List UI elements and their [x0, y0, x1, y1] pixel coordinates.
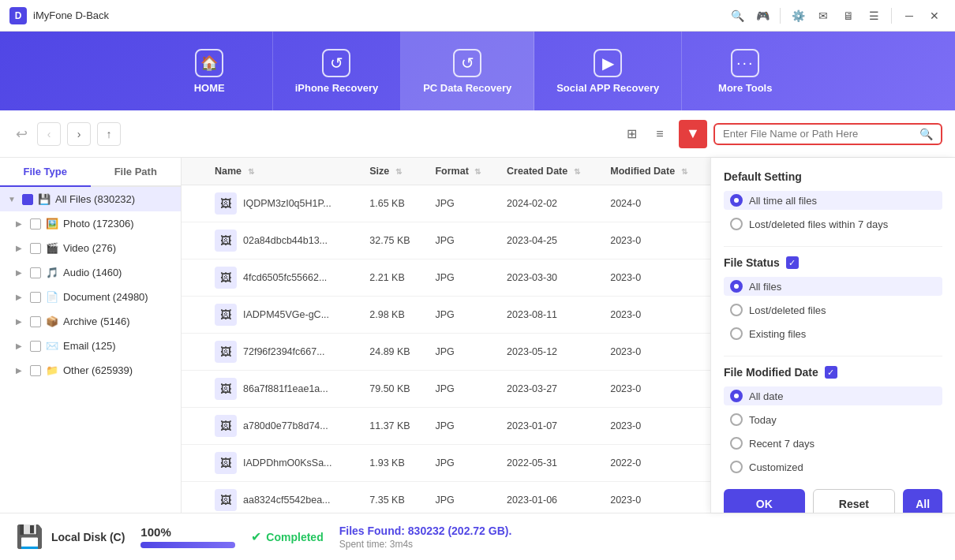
list-view-button[interactable]: ≡: [647, 121, 672, 147]
row-size: 2.98 KB: [361, 297, 427, 334]
header-name[interactable]: Name ⇅: [207, 158, 361, 185]
nav-bar: 🏠 HOME ↺ iPhone Recovery ↺ PC Data Recov…: [0, 32, 955, 110]
header-modified-date[interactable]: Modified Date ⇅: [602, 158, 710, 185]
check-icon: ✔: [251, 529, 261, 544]
file-modified-date-group: All date Today Recent 7 days Customized: [724, 386, 942, 476]
minimize-button[interactable]: ─: [898, 5, 920, 27]
filter-today[interactable]: Today: [724, 410, 942, 429]
grid-view-button[interactable]: ⊞: [619, 121, 644, 147]
row-modified: 2023-0: [602, 408, 710, 445]
table-row[interactable]: 🖼 IQDPM3zI0q5H1P... 1.65 KB JPG 2024-02-…: [182, 185, 710, 222]
row-modified: 2023-0: [602, 297, 710, 334]
row-format: JPG: [427, 371, 499, 408]
row-name: 🖼 02a84dbcb44b13...: [207, 222, 361, 259]
filter-all-files[interactable]: All files: [724, 277, 942, 296]
table-row[interactable]: 🖼 a780d0e77b8d74... 11.37 KB JPG 2023-01…: [182, 408, 710, 445]
window-icon[interactable]: 🖥: [837, 5, 860, 27]
menu-icon[interactable]: ☰: [863, 5, 885, 27]
nav-forward-button[interactable]: ›: [67, 122, 91, 146]
file-status-title: File Status: [724, 256, 780, 269]
filter-recent-7days[interactable]: Recent 7 days: [724, 434, 942, 453]
filter-button[interactable]: ▼: [679, 120, 707, 148]
row-created: 2024-02-02: [499, 185, 602, 222]
table-row[interactable]: 🖼 4fcd6505fc55662... 2.21 KB JPG 2023-03…: [182, 259, 710, 297]
filter-customized[interactable]: Customized: [724, 457, 942, 476]
table-row[interactable]: 🖼 02a84dbcb44b13... 32.75 KB JPG 2023-04…: [182, 222, 710, 259]
checkbox-other[interactable]: [30, 365, 41, 376]
progress-bar-fill: [140, 542, 235, 548]
search-box[interactable]: 🔍: [713, 123, 942, 145]
nav-home[interactable]: 🏠 HOME: [147, 32, 273, 110]
spent-time-text: Spent time: 3m4s: [339, 539, 512, 550]
search-input[interactable]: [723, 128, 919, 140]
iphone-recovery-icon: ↺: [322, 49, 350, 77]
tree-item-audio[interactable]: ▶ 🎵 Audio (1460): [0, 260, 181, 285]
back-icon[interactable]: ↩: [13, 122, 31, 146]
reset-button[interactable]: Reset: [813, 489, 896, 513]
email-label: Email (125): [63, 340, 173, 352]
files-found-section: Files Found: 830232 (202.72 GB). Spent t…: [339, 525, 512, 550]
nav-more-tools[interactable]: ··· More Tools: [682, 32, 808, 110]
mail-icon[interactable]: ✉: [812, 5, 834, 27]
file-status-header: File Status ✓: [724, 256, 942, 269]
row-name: 🖼 86a7f881f1eae1a...: [207, 371, 361, 408]
expand-icon: ▼: [8, 195, 17, 203]
checkbox-video[interactable]: [30, 243, 41, 254]
table-row[interactable]: 🖼 86a7f881f1eae1a... 79.50 KB JPG 2023-0…: [182, 371, 710, 408]
tree-item-video[interactable]: ▶ 🎬 Video (276): [0, 236, 181, 260]
status-bar: 💾 Local Disk (C) 100% ✔ Completed Files …: [0, 513, 955, 560]
settings-icon[interactable]: ⚙️: [787, 5, 809, 27]
nav-iphone-recovery[interactable]: ↺ iPhone Recovery: [273, 32, 402, 110]
nav-back-button[interactable]: ‹: [37, 122, 61, 146]
tab-file-type[interactable]: File Type: [0, 158, 91, 187]
document-icon: 📄: [46, 291, 58, 303]
tree-item-all-files[interactable]: ▼ 💾 All Files (830232): [0, 187, 181, 211]
tree-item-photo[interactable]: ▶ 🖼️ Photo (172306): [0, 211, 181, 236]
home-label: HOME: [194, 82, 225, 94]
ok-button[interactable]: OK: [724, 489, 805, 513]
checkbox-all-files[interactable]: [22, 194, 33, 205]
search-titlebar-icon[interactable]: 🔍: [726, 5, 748, 27]
checkbox-audio[interactable]: [30, 267, 41, 278]
filter-existing[interactable]: Existing files: [724, 324, 942, 343]
filter-all-date[interactable]: All date: [724, 386, 942, 405]
checkbox-archive[interactable]: [30, 316, 41, 327]
close-button[interactable]: ✕: [923, 5, 946, 27]
filter-lost-7days[interactable]: Lost/deleted files within 7 days: [724, 215, 942, 233]
checkbox-photo[interactable]: [30, 218, 41, 230]
all-button[interactable]: All: [903, 489, 942, 513]
file-status-checkbox[interactable]: ✓: [786, 256, 799, 269]
table-row[interactable]: 🖼 IADPM45VGe-gC... 2.98 KB JPG 2023-08-1…: [182, 297, 710, 334]
header-size[interactable]: Size ⇅: [361, 158, 427, 185]
table-row[interactable]: 🖼 IADPDhmO0KsSa... 1.93 KB JPG 2022-05-3…: [182, 445, 710, 482]
filter-all-time[interactable]: All time all files: [724, 191, 942, 210]
video-icon: 🎬: [46, 242, 58, 254]
tree-item-other[interactable]: ▶ 📁 Other (625939): [0, 358, 181, 383]
nav-up-button[interactable]: ↑: [97, 122, 121, 146]
row-format: JPG: [427, 222, 499, 259]
discord-icon[interactable]: 🎮: [751, 5, 773, 27]
filter-actions: OK Reset All: [724, 489, 942, 513]
tree-item-email[interactable]: ▶ ✉️ Email (125): [0, 334, 181, 358]
file-thumb: 🖼: [215, 267, 237, 289]
filter-lost-deleted[interactable]: Lost/deleted files: [724, 301, 942, 319]
header-created-date[interactable]: Created Date ⇅: [499, 158, 602, 185]
table-row[interactable]: 🖼 aa8324cf5542bea... 7.35 KB JPG 2023-01…: [182, 482, 710, 513]
checkbox-email[interactable]: [30, 341, 41, 352]
header-format[interactable]: Format ⇅: [427, 158, 499, 185]
sidebar-tabs: File Type File Path: [0, 158, 181, 187]
row-created: 2023-08-11: [499, 297, 602, 334]
file-modified-date-checkbox[interactable]: ✓: [825, 366, 837, 379]
row-checkbox-cell: [182, 185, 207, 222]
checkbox-document[interactable]: [30, 292, 41, 303]
tree-item-document[interactable]: ▶ 📄 Document (24980): [0, 285, 181, 309]
tab-file-path[interactable]: File Path: [91, 158, 182, 185]
nav-pc-data-recovery[interactable]: ↺ PC Data Recovery: [401, 32, 534, 110]
table-row[interactable]: 🖼 72f96f2394fc667... 24.89 KB JPG 2023-0…: [182, 334, 710, 371]
row-created: 2023-03-27: [499, 371, 602, 408]
radio-lost-7days: [730, 218, 743, 230]
row-format: JPG: [427, 259, 499, 297]
nav-social-app-recovery[interactable]: ▶ Social APP Recovery: [534, 32, 682, 110]
file-thumb: 🖼: [215, 378, 237, 400]
tree-item-archive[interactable]: ▶ 📦 Archive (5146): [0, 309, 181, 334]
